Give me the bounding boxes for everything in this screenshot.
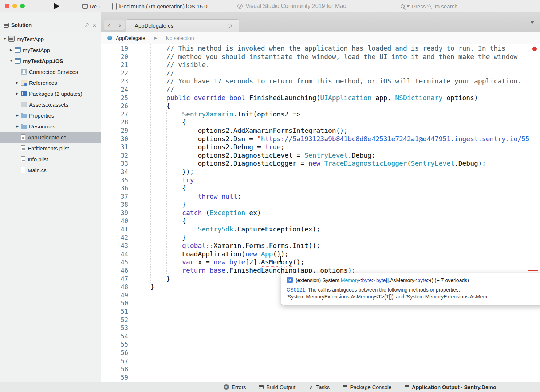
code-line-25[interactable]: 25 public override bool FinishedLaunchin… — [101, 94, 540, 102]
statusbar-tasks[interactable]: Tasks — [308, 384, 330, 390]
line-number: 26 — [101, 102, 135, 110]
code-line-52[interactable]: 52 — [101, 316, 540, 324]
disclosure-open-icon[interactable]: ▼ — [8, 59, 14, 63]
code-token: { — [135, 217, 186, 225]
keyword-token: global — [135, 242, 206, 249]
disclosure-open-icon[interactable]: ▼ — [2, 37, 8, 41]
code-text: } — [135, 283, 154, 291]
tree-item-mytestapp[interactable]: ▼myTestApp — [0, 33, 101, 44]
code-token: >() (+ 7 overloads) — [427, 277, 469, 283]
tab-list-dropdown-icon[interactable] — [531, 21, 534, 25]
code-token: } — [135, 201, 186, 208]
tree-item-info-plist[interactable]: Info.plist — [0, 154, 101, 165]
build-configuration-selector[interactable]: Re › — [82, 0, 101, 12]
statusbar-item-label: Errors — [232, 384, 246, 390]
tree-item-assets-xcassets[interactable]: Assets.xcassets — [0, 99, 101, 110]
line-number: 41 — [101, 225, 135, 234]
code-line-19[interactable]: 19 // This method is invoked when the ap… — [101, 44, 540, 53]
keyword-token: return base — [135, 266, 225, 274]
tree-item-references[interactable]: ▶References — [0, 77, 101, 88]
statusbar-package-console[interactable]: Package Console — [343, 384, 391, 390]
class-icon — [107, 36, 112, 40]
disclosure-closed-icon[interactable]: ▶ — [15, 81, 20, 84]
comment-token: // This method is invoked when the appli… — [135, 44, 506, 52]
statusbar-item-label: Application Output - Sentry.Demo — [412, 384, 496, 390]
code-line-56[interactable]: 56 — [101, 349, 540, 357]
minimize-window-button[interactable] — [12, 4, 17, 8]
statusbar-errors[interactable]: Errors — [224, 384, 246, 390]
tree-item-mytestapp-ios[interactable]: ▼myTestApp.iOS — [0, 55, 101, 66]
tree-item-packages-2-updates[interactable]: ▶Packages (2 updates) — [0, 88, 101, 99]
tree-item-entitlements-plist[interactable]: Entitlements.plist — [0, 143, 101, 154]
disclosure-closed-icon[interactable]: ▶ — [15, 92, 20, 95]
code-line-26[interactable]: 26 { — [101, 102, 540, 110]
device-selector[interactable]: iPod touch (7th generation) iOS 15.0 — [112, 0, 208, 12]
tree-item-properties[interactable]: ▶Properties — [0, 110, 101, 121]
scrollbar-error-marker-top[interactable] — [532, 47, 537, 51]
navigate-back-icon[interactable]: ‹ — [106, 21, 112, 29]
code-token: } — [135, 275, 170, 282]
code-token: > — [372, 277, 376, 283]
code-line-54[interactable]: 54 — [101, 332, 540, 341]
code-line-23[interactable]: 23 // You have 17 seconds to return from… — [101, 77, 540, 86]
zoom-window-button[interactable] — [20, 4, 25, 8]
code-editor[interactable]: 19 // This method is invoked when the ap… — [101, 44, 540, 382]
error-token: AsMemory — [261, 258, 293, 266]
close-pad-icon[interactable]: ✕ — [92, 22, 97, 29]
tab-modified-indicator[interactable] — [228, 24, 232, 28]
tree-item-appdelegate-cs[interactable]: AppDelegate.cs — [0, 132, 101, 143]
code-line-20[interactable]: 20 // method you should instantiate the … — [101, 53, 540, 61]
assets-icon — [21, 102, 27, 107]
dsn-link[interactable]: https://5a193123a9b841bc8d8e42531e7242a1… — [261, 135, 529, 143]
configuration-label: Re — [90, 3, 97, 9]
line-number: 36 — [101, 184, 135, 193]
tree-item-resources[interactable]: ▶Resources — [0, 121, 101, 132]
code-token: [2]. — [245, 258, 261, 266]
code-line-51[interactable]: 51 — [101, 308, 540, 316]
code-line-24[interactable]: 24 // — [101, 86, 540, 94]
line-number: 23 — [101, 77, 135, 86]
code-text: options2.Dsn = "https://5a193123a9b841bc… — [135, 135, 529, 143]
scrollbar-error-marker[interactable] — [528, 270, 538, 271]
console-icon — [343, 385, 347, 389]
folder-icon — [21, 125, 27, 129]
code-line-55[interactable]: 55 — [101, 340, 540, 349]
tree-item-mytestapp[interactable]: ▶myTestApp — [0, 44, 101, 55]
disclosure-closed-icon[interactable]: ▶ — [15, 114, 20, 117]
error-message: : The call is ambiguous between the foll… — [287, 287, 487, 300]
type-token: Memory — [341, 277, 359, 283]
error-code-link[interactable]: CS0121 — [287, 287, 305, 293]
line-number: 59 — [101, 373, 135, 382]
disclosure-closed-icon[interactable]: ▶ — [15, 124, 20, 128]
breadcrumb-arrow-icon: ▶ — [149, 36, 162, 40]
type-token: Exception — [210, 209, 245, 217]
tree-item-main-cs[interactable]: Main.cs — [0, 165, 101, 175]
global-search-field[interactable]: Press '^,' to search — [401, 0, 457, 12]
run-button[interactable] — [54, 3, 59, 9]
code-line-22[interactable]: 22 // — [101, 69, 540, 78]
code-token: options2.DiagnosticLogger = — [135, 159, 308, 167]
tab-appdelegate[interactable]: AppDelegate.cs — [126, 19, 239, 32]
tree-item-label: Assets.xcassets — [29, 102, 68, 108]
code-token: ; — [237, 193, 241, 200]
project-icon — [15, 47, 21, 53]
breadcrumb-selection[interactable]: No selection — [166, 35, 194, 41]
code-line-58[interactable]: 58 — [101, 365, 540, 373]
code-line-59[interactable]: 59 — [101, 373, 540, 382]
statusbar-application-output-sentry-demo[interactable]: Application Output - Sentry.Demo — [405, 384, 496, 390]
code-token — [225, 258, 229, 266]
code-line-21[interactable]: 21 // visible. — [101, 61, 540, 69]
code-line-57[interactable]: 57 — [101, 357, 540, 365]
navigate-forward-icon[interactable]: › — [117, 21, 122, 29]
disclosure-closed-icon[interactable]: ▶ — [8, 48, 14, 52]
code-text: { — [135, 118, 186, 127]
statusbar-build-output[interactable]: Build Output — [259, 384, 295, 390]
code-line-53[interactable]: 53 — [101, 324, 540, 332]
breadcrumb-symbol[interactable]: AppDelegate — [116, 35, 145, 41]
tree-item-connected-services[interactable]: Connected Services — [0, 66, 101, 77]
indent-guide — [166, 110, 167, 274]
keyword-token: true — [265, 143, 281, 151]
solution-pad-icon — [4, 23, 9, 28]
code-token: options2.Debug = — [135, 143, 265, 151]
close-window-button[interactable] — [5, 4, 9, 8]
